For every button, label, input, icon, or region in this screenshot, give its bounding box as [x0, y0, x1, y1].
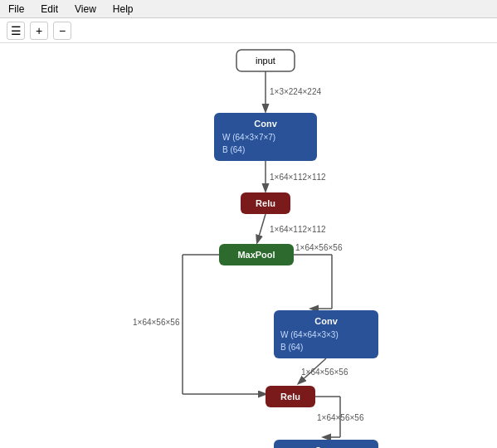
menu-view[interactable]: View [71, 2, 100, 17]
svg-text:B (64): B (64) [222, 145, 245, 154]
svg-text:1×64×56×56: 1×64×56×56 [301, 368, 348, 377]
node-relu2[interactable]: Relu [266, 386, 315, 407]
svg-text:1×64×112×112: 1×64×112×112 [270, 173, 326, 182]
node-relu1[interactable]: Relu [241, 192, 290, 214]
menubar: File Edit View Help [0, 0, 497, 18]
svg-text:input: input [256, 56, 275, 66]
svg-text:Conv: Conv [254, 119, 277, 129]
svg-text:1×64×56×56: 1×64×56×56 [295, 243, 343, 252]
node-conv1[interactable]: Conv W (64×3×7×7) B (64) [214, 113, 317, 161]
network-diagram: input 1×3×224×224 Conv W (64×3×7×7) B (6… [0, 43, 497, 448]
network-canvas: input 1×3×224×224 Conv W (64×3×7×7) B (6… [0, 43, 497, 448]
node-maxpool[interactable]: MaxPool [219, 244, 294, 265]
svg-text:W (64×3×7×7): W (64×3×7×7) [222, 133, 275, 142]
svg-text:1×64×56×56: 1×64×56×56 [133, 318, 180, 327]
menu-help[interactable]: Help [110, 2, 137, 17]
node-input[interactable]: input [236, 50, 295, 71]
svg-text:Relu: Relu [280, 392, 300, 402]
zoom-in-button[interactable]: + [30, 22, 48, 40]
svg-text:1×64×112×112: 1×64×112×112 [270, 225, 326, 234]
zoom-out-button[interactable]: − [53, 22, 71, 40]
menu-edit[interactable]: Edit [37, 2, 61, 17]
node-conv3[interactable]: Conv W (64×64×3×3) [274, 440, 378, 448]
svg-line-12 [257, 214, 266, 242]
svg-text:W (64×64×3×3): W (64×64×3×3) [280, 330, 339, 339]
menu-file[interactable]: File [5, 2, 27, 17]
node-conv2[interactable]: Conv W (64×64×3×3) B (64) [274, 310, 378, 358]
toolbar: ☰ + − [0, 18, 497, 43]
svg-text:1×64×56×56: 1×64×56×56 [317, 413, 364, 422]
svg-text:Conv: Conv [314, 316, 338, 326]
svg-text:Relu: Relu [256, 198, 275, 208]
svg-text:1×3×224×224: 1×3×224×224 [270, 87, 321, 96]
svg-text:MaxPool: MaxPool [237, 250, 275, 260]
list-button[interactable]: ☰ [7, 22, 25, 40]
svg-text:B (64): B (64) [280, 343, 303, 352]
